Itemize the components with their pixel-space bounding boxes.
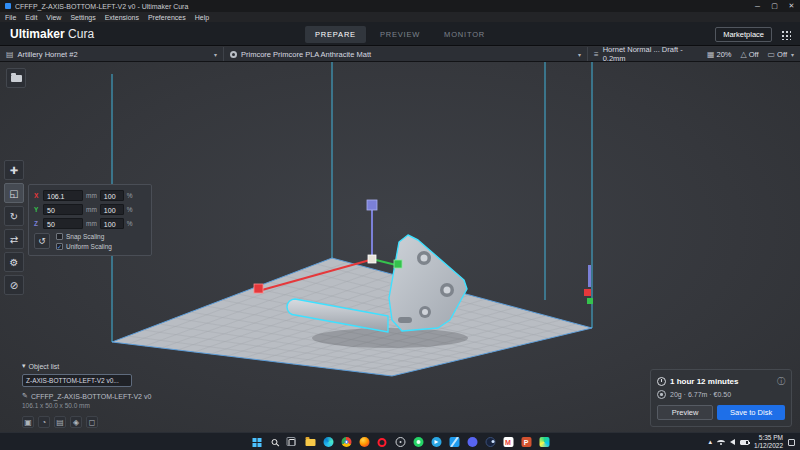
gizmo-center-handle[interactable] <box>368 255 376 263</box>
scale-icon: ◱ <box>9 188 18 199</box>
menu-view[interactable]: View <box>46 14 61 21</box>
object-list-header[interactable]: ▾ Object list <box>22 362 152 370</box>
taskbar-icon-misc[interactable] <box>538 436 551 449</box>
viewport-tool-icon-4[interactable]: ◈ <box>70 416 82 428</box>
minimize-button[interactable]: ─ <box>749 0 766 12</box>
battery-icon[interactable] <box>740 440 749 445</box>
close-button[interactable]: ✕ <box>783 0 800 12</box>
rotate-icon: ↻ <box>10 211 18 222</box>
reset-scale-button[interactable]: ↺ <box>34 233 50 249</box>
gear-icon: ⚙ <box>10 257 19 268</box>
taskbar-icon-steam[interactable] <box>484 436 497 449</box>
taskbar-icon-firefox[interactable] <box>358 436 371 449</box>
gizmo-y-handle[interactable] <box>394 260 402 268</box>
material-selector[interactable]: Primcore Primcore PLA Anthracite Matt ▾ <box>224 47 588 61</box>
taskbar-icons: M P <box>250 433 551 450</box>
unit-percent: % <box>127 220 133 227</box>
taskbar-time: 5:35 PM <box>754 434 783 442</box>
checkbox-unchecked <box>56 233 63 240</box>
snap-scaling-checkbox[interactable]: Snap Scaling <box>56 233 112 240</box>
menu-extensions[interactable]: Extensions <box>105 14 139 21</box>
print-settings-selector[interactable]: ≡ Hornet Normal ... Draft - 0.2mm ▦ 20% … <box>588 47 800 61</box>
scale-x-percent-field[interactable]: 100 <box>100 190 124 201</box>
scale-z-value-field[interactable]: 50 <box>43 218 83 229</box>
tab-preview[interactable]: PREVIEW <box>370 26 430 43</box>
support-blocker-button[interactable]: ⊘ <box>4 275 24 295</box>
uniform-scaling-checkbox[interactable]: ✓ Uniform Scaling <box>56 243 112 250</box>
gizmo-z-handle[interactable] <box>367 200 377 210</box>
scale-row-x: X 106.1 mm 100 % <box>34 190 146 201</box>
maximize-button[interactable]: ▢ <box>766 0 783 12</box>
per-model-settings-button[interactable]: ⚙ <box>4 252 24 272</box>
gizmo-y-axis[interactable] <box>376 260 396 265</box>
sliders-icon: ≡ <box>594 50 599 59</box>
scale-tool-button[interactable]: ◱ <box>4 183 24 203</box>
viewport-tool-icon-1[interactable]: ▣ <box>22 416 34 428</box>
volume-icon[interactable] <box>730 439 735 445</box>
taskbar-icon-telegram[interactable] <box>430 436 443 449</box>
tray-chevron-icon[interactable]: ▴ <box>709 438 713 446</box>
menu-settings[interactable]: Settings <box>70 14 95 21</box>
save-to-disk-button[interactable]: Save to Disk <box>717 405 785 420</box>
stage-tabs: PREPARE PREVIEW MONITOR <box>305 26 495 43</box>
material-usage-icon <box>657 390 666 399</box>
taskbar-icon-opera[interactable] <box>376 436 389 449</box>
taskbar-icon-explorer[interactable] <box>304 436 317 449</box>
app-icon <box>5 3 11 9</box>
wifi-icon[interactable] <box>717 440 725 445</box>
search-icon <box>271 439 277 445</box>
pencil-icon[interactable]: ✎ <box>22 392 28 400</box>
info-icon[interactable]: ⓘ <box>777 376 785 387</box>
tab-monitor[interactable]: MONITOR <box>434 26 495 43</box>
taskbar-icon-gmail[interactable]: M <box>502 436 515 449</box>
unit-percent: % <box>127 206 133 213</box>
support-icon: △ <box>741 50 747 59</box>
scale-y-percent-field[interactable]: 100 <box>100 204 124 215</box>
taskbar-icon-powerpoint[interactable]: P <box>520 436 533 449</box>
profile-name: Hornet Normal ... Draft - 0.2mm <box>603 45 698 63</box>
chevron-down-icon: ▾ <box>214 51 217 58</box>
scale-z-percent-field[interactable]: 100 <box>100 218 124 229</box>
folder-icon <box>11 75 22 82</box>
menu-preferences[interactable]: Preferences <box>148 14 186 21</box>
taskbar-icon-discord[interactable] <box>466 436 479 449</box>
menu-edit[interactable]: Edit <box>25 14 37 21</box>
vscode-icon <box>449 437 459 447</box>
mirror-tool-button[interactable]: ⇄ <box>4 229 24 249</box>
axis-y-label: Y <box>34 206 40 213</box>
printer-selector[interactable]: ▤ Artillery Hornet #2 ▾ <box>0 47 224 61</box>
move-tool-button[interactable]: ✚ <box>4 160 24 180</box>
scale-x-value-field[interactable]: 106.1 <box>43 190 83 201</box>
taskbar-date: 1/12/2022 <box>754 442 783 450</box>
taskbar-icon-taskview[interactable] <box>286 436 299 449</box>
taskbar-icon-search[interactable] <box>268 436 281 449</box>
mirror-icon: ⇄ <box>10 234 18 245</box>
gizmo-x-handle[interactable] <box>254 284 263 293</box>
rotate-tool-button[interactable]: ↻ <box>4 206 24 226</box>
support-blocker-icon: ⊘ <box>10 280 18 291</box>
viewport-tool-icon-5[interactable]: ◻ <box>86 416 98 428</box>
viewport-3d[interactable]: ✚ ◱ ↻ ⇄ ⚙ ⊘ X 106.1 mm 100 % Y 50 mm 100… <box>0 62 800 432</box>
gmail-icon: M <box>503 437 513 447</box>
taskbar-icon-whatsapp[interactable] <box>412 436 425 449</box>
taskbar-icon-chrome[interactable] <box>340 436 353 449</box>
scale-y-value-field[interactable]: 50 <box>43 204 83 215</box>
start-button[interactable] <box>250 436 263 449</box>
taskbar-icon-obs[interactable] <box>394 436 407 449</box>
marketplace-button[interactable]: Marketplace <box>715 27 772 42</box>
menu-file[interactable]: File <box>5 14 16 21</box>
taskbar-clock[interactable]: 5:35 PM 1/12/2022 <box>754 434 783 450</box>
app-grid-icon[interactable] <box>780 29 791 40</box>
object-list-item[interactable]: Z-AXIS-BOTTOM-LEFT-V2 v0... <box>22 374 132 387</box>
viewport-tool-icon-2[interactable]: ◔ <box>38 416 50 428</box>
move-icon: ✚ <box>10 165 18 176</box>
viewport-tool-icon-3[interactable]: ▤ <box>54 416 66 428</box>
notifications-icon[interactable] <box>788 439 795 446</box>
open-file-button[interactable] <box>6 68 26 88</box>
menu-help[interactable]: Help <box>195 14 209 21</box>
taskbar-icon-vscode[interactable] <box>448 436 461 449</box>
tab-prepare[interactable]: PREPARE <box>305 26 366 43</box>
taskbar-icon-edge[interactable] <box>322 436 335 449</box>
infill-icon: ▦ <box>707 50 715 59</box>
preview-button[interactable]: Preview <box>657 405 713 420</box>
